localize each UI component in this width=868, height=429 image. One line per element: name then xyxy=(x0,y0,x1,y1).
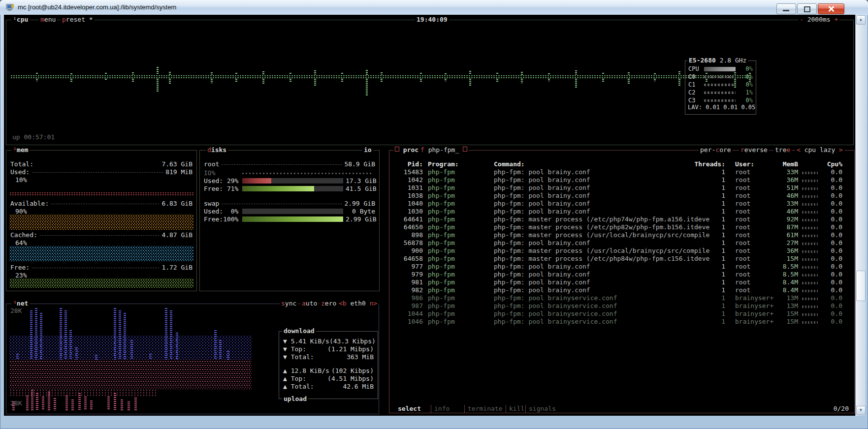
net-download-bar xyxy=(176,333,178,360)
proc-mem: 8.5M xyxy=(774,263,798,271)
proc-cpu: 0.0 xyxy=(825,215,842,223)
cpu-meter-value: 0% xyxy=(737,81,753,89)
upload-stat-label: Top: xyxy=(287,375,306,383)
proc-pid: 898 xyxy=(393,231,423,239)
proc-user: root xyxy=(735,223,750,231)
sort-column-selector[interactable]: < cpu lazy > xyxy=(795,146,844,154)
interval-increase[interactable]: + xyxy=(834,16,838,23)
proc-pid: 982 xyxy=(393,286,423,294)
net-upload-bar xyxy=(84,397,87,410)
proc-mem-graph xyxy=(802,243,818,245)
cpu-box-title[interactable]: ¹cpu xyxy=(11,16,30,24)
kill-action[interactable]: kill xyxy=(506,405,527,413)
disk-swap-used-meter xyxy=(242,209,343,214)
proc-filter[interactable]: f php-fpm_ xyxy=(419,146,469,154)
titlebar[interactable]: mc [root@ub24.itdeveloper.com.ua]:/lib/s… xyxy=(0,0,868,15)
proc-row[interactable]: 982php-fpmphp-fpm: pool brainy.conf1root… xyxy=(389,286,854,294)
proc-row[interactable]: 1042php-fpmphp-fpm: pool brainy.conf1roo… xyxy=(389,176,854,184)
upload-stat-row: ▲ Top:(4.51 Mibps) xyxy=(283,375,374,383)
proc-row[interactable]: 900php-fpmphp-fpm: master process (/usr/… xyxy=(389,247,854,255)
info-action[interactable]: info xyxy=(431,405,452,413)
proc-program: php-fpm xyxy=(428,223,455,231)
cpu-graph-spike xyxy=(262,71,264,75)
reverse-toggle[interactable]: reverse xyxy=(739,146,769,154)
cpu-graph-spike xyxy=(445,73,447,75)
net-interface-switcher[interactable]: <b eth0 n> xyxy=(337,300,379,307)
proc-row[interactable]: 987php-fpmphp-fpm: pool brainyservice.co… xyxy=(389,302,854,310)
terminate-action[interactable]: terminate xyxy=(464,405,505,413)
proc-row[interactable]: 1044php-fpmphp-fpm: pool brainyservice.c… xyxy=(389,310,854,318)
cpu-graph-spike xyxy=(521,72,523,75)
proc-row[interactable]: 56878php-fpmphp-fpm: pool brainy.conf1ro… xyxy=(389,239,854,247)
proc-row[interactable]: 977php-fpmphp-fpm: pool brainy.conf1root… xyxy=(389,263,854,271)
cpu-graph-spike xyxy=(654,73,656,75)
proc-mem-graph xyxy=(802,313,818,316)
download-stat-arrow-icon: ▼ xyxy=(283,337,287,345)
proc-mem: 8.4M xyxy=(774,286,798,294)
scrollbar[interactable]: ▲ ▼ xyxy=(855,15,866,416)
tree-toggle[interactable]: tree xyxy=(773,146,792,154)
proc-threads: 1 xyxy=(681,168,725,176)
proc-program: php-fpm xyxy=(428,302,455,310)
menu-button[interactable]: menu xyxy=(39,16,57,24)
proc-mem-graph xyxy=(802,266,818,269)
maximize-button[interactable] xyxy=(797,3,817,14)
proc-row[interactable]: 981php-fpmphp-fpm: pool brainy.conf1root… xyxy=(389,278,854,286)
cpu-graph-spike xyxy=(548,73,550,75)
proc-mem-graph xyxy=(802,203,818,206)
io-toggle[interactable]: io xyxy=(362,146,373,154)
proc-row[interactable]: 1040php-fpmphp-fpm: pool brainy.conf1roo… xyxy=(389,200,854,208)
proc-row[interactable]: 1031php-fpmphp-fpm: pool brainy.conf1roo… xyxy=(389,184,854,192)
per-core-toggle[interactable]: per-core xyxy=(699,146,733,154)
proc-row[interactable]: 979php-fpmphp-fpm: pool brainy.conf1root… xyxy=(389,271,854,278)
proc-row[interactable]: 898php-fpmphp-fpm: master process (/usr/… xyxy=(389,231,854,239)
proc-cpu: 0.0 xyxy=(825,223,842,231)
proc-pid: 1030 xyxy=(393,208,423,215)
download-stat-row: ▼ Total:363 MiB xyxy=(283,353,374,361)
scrollbar-thumb[interactable] xyxy=(856,271,866,301)
clock: 19:40:09 xyxy=(415,16,449,24)
net-box-title[interactable]: ³net xyxy=(11,300,30,307)
mem-box-title[interactable]: ²mem xyxy=(11,146,30,154)
net-sync-toggle[interactable]: sync xyxy=(280,300,298,307)
proc-cpu: 0.0 xyxy=(825,278,842,286)
proc-mem: 33M xyxy=(774,168,798,176)
preset-button[interactable]: preset * xyxy=(61,16,95,24)
proc-user: root xyxy=(735,247,750,255)
proc-row[interactable]: 1038php-fpmphp-fpm: pool brainy.conf1roo… xyxy=(389,192,854,200)
cpu-graph-spike xyxy=(36,79,38,81)
proc-row[interactable]: 1030php-fpmphp-fpm: pool brainy.conf1roo… xyxy=(389,208,854,215)
minimize-icon xyxy=(783,10,789,11)
proc-row[interactable]: 64658php-fpmphp-fpm: master process (/et… xyxy=(389,255,854,263)
net-download-bar xyxy=(40,313,42,360)
proc-mem-graph xyxy=(802,282,818,284)
net-download-bar xyxy=(60,308,62,360)
minimize-button[interactable] xyxy=(776,3,796,14)
interval-decrease[interactable]: - xyxy=(800,16,804,23)
select-action[interactable]: select xyxy=(396,405,422,413)
proc-row[interactable]: 15483php-fpmphp-fpm: pool brainy.conf1ro… xyxy=(389,168,854,176)
net-auto-toggle[interactable]: auto xyxy=(300,300,319,307)
proc-row[interactable]: 64641php-fpmphp-fpm: master process (/et… xyxy=(389,215,854,223)
proc-threads: 1 xyxy=(681,247,725,255)
proc-cpu: 0.0 xyxy=(825,302,842,310)
net-upload-texture xyxy=(9,360,252,389)
proc-row[interactable]: 1046php-fpmphp-fpm: pool brainyservice.c… xyxy=(389,318,854,326)
net-upload-bar xyxy=(65,396,68,410)
cpu-graph-spike xyxy=(341,79,343,82)
net-upload-bar xyxy=(114,393,116,410)
proc-row[interactable]: 64650php-fpmphp-fpm: master process (/et… xyxy=(389,223,854,231)
scroll-down-icon[interactable]: ▼ xyxy=(856,406,866,415)
proc-program: php-fpm xyxy=(428,263,455,271)
close-button[interactable] xyxy=(818,3,844,14)
proc-row[interactable]: 986php-fpmphp-fpm: pool brainyservice.co… xyxy=(389,294,854,302)
proc-pid: 64658 xyxy=(393,255,423,263)
net-zero-toggle[interactable]: zero xyxy=(320,300,338,307)
proc-threads: 1 xyxy=(681,215,725,223)
scroll-up-icon[interactable]: ▲ xyxy=(856,15,866,25)
proc-program: php-fpm xyxy=(428,168,455,176)
signals-action[interactable]: signals xyxy=(525,405,559,413)
proc-mem: 51M xyxy=(774,184,798,192)
disks-box-title[interactable]: disks xyxy=(206,146,228,154)
proc-box-title[interactable]: proc xyxy=(393,146,420,154)
